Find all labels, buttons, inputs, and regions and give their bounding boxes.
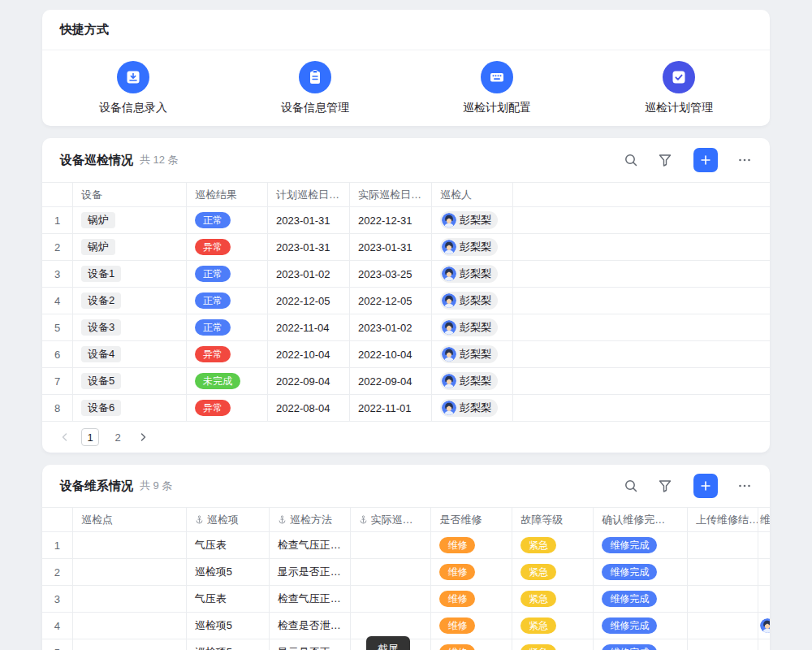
cell-level[interactable]: 紧急 <box>512 613 594 639</box>
cell-repairer[interactable] <box>758 532 770 558</box>
inspection-row[interactable]: 3 设备1 正常 2023-01-02 2023-03-25 彭梨梨 <box>42 261 770 288</box>
cell-upload[interactable] <box>688 639 758 650</box>
cell-item[interactable]: 巡检项5 <box>187 559 270 585</box>
add-record-button[interactable] <box>693 148 718 172</box>
cell-actual[interactable] <box>351 532 432 558</box>
maintenance-row[interactable]: 4 巡检项5 检查是否泄… 维修 紧急 维修完成 <box>42 613 770 639</box>
cell-point[interactable] <box>73 586 187 612</box>
prev-page-button[interactable] <box>58 431 71 444</box>
cell-method[interactable]: 检查气压正… <box>270 532 351 558</box>
inspection-row[interactable]: 6 设备4 异常 2022-10-04 2022-10-04 彭梨梨 <box>42 341 770 368</box>
maintenance-row[interactable]: 1 气压表 检查气压正… 维修 紧急 维修完成 <box>42 532 770 559</box>
cell-result[interactable]: 正常 <box>187 288 268 314</box>
column-header-confirm[interactable]: 确认维修完… <box>594 508 688 531</box>
more-icon[interactable] <box>737 479 752 493</box>
cell-repair[interactable]: 维修 <box>431 559 512 585</box>
column-header-actual[interactable]: 实际巡… <box>351 508 432 531</box>
cell-result[interactable]: 正常 <box>187 261 268 287</box>
page-2-button[interactable]: 2 <box>109 428 127 446</box>
cell-planned-date[interactable]: 2023-01-31 <box>268 207 350 233</box>
cell-planned-date[interactable]: 2022-08-04 <box>268 395 350 421</box>
cell-device[interactable]: 设备3 <box>73 314 187 340</box>
cell-actual[interactable] <box>351 613 432 639</box>
cell-actual[interactable] <box>351 586 432 612</box>
cell-actual-date[interactable]: 2022-12-05 <box>350 288 432 314</box>
cell-result[interactable]: 异常 <box>187 234 268 260</box>
filter-icon[interactable] <box>658 479 672 493</box>
cell-inspector[interactable]: 彭梨梨 <box>432 207 513 233</box>
column-header-upload[interactable]: 上传维修结… <box>688 508 758 531</box>
cell-confirm[interactable]: 维修完成 <box>594 613 688 639</box>
cell-upload[interactable] <box>688 586 758 612</box>
cell-device[interactable]: 设备2 <box>73 288 187 314</box>
cell-device[interactable]: 设备4 <box>73 341 187 367</box>
cell-item[interactable]: 巡检项5 <box>187 613 270 639</box>
cell-device[interactable]: 锅炉 <box>73 207 187 233</box>
column-header-inspector[interactable]: 巡检人 <box>432 183 513 206</box>
cell-repairer[interactable] <box>758 586 770 612</box>
maintenance-row[interactable]: 3 气压表 检查气压正… 维修 紧急 维修完成 <box>42 586 770 613</box>
cell-actual-date[interactable]: 2022-09-04 <box>350 368 432 394</box>
column-header-result[interactable]: 巡检结果 <box>187 183 268 206</box>
cell-item[interactable]: 气压表 <box>187 532 270 558</box>
column-header-item[interactable]: 巡检项 <box>187 508 270 531</box>
add-record-button[interactable] <box>693 474 718 498</box>
cell-repair[interactable]: 维修 <box>431 613 512 639</box>
cell-confirm[interactable]: 维修完成 <box>594 586 688 612</box>
cell-point[interactable] <box>73 532 187 558</box>
inspection-row[interactable]: 2 锅炉 异常 2023-01-31 2023-01-31 彭梨梨 <box>42 234 770 261</box>
cell-actual-date[interactable]: 2022-11-01 <box>350 395 432 421</box>
column-header-point[interactable]: 巡检点 <box>73 508 187 531</box>
column-header-method[interactable]: 巡检方法 <box>270 508 351 531</box>
cell-planned-date[interactable]: 2022-09-04 <box>268 368 350 394</box>
cell-inspector[interactable]: 彭梨梨 <box>432 314 513 340</box>
cell-upload[interactable] <box>688 532 758 558</box>
cell-item[interactable]: 巡检项5 <box>187 639 270 650</box>
cell-item[interactable]: 气压表 <box>187 586 270 612</box>
cell-repair[interactable]: 维修 <box>431 532 512 558</box>
filter-icon[interactable] <box>658 153 672 167</box>
inspection-row[interactable]: 5 设备3 正常 2022-11-04 2023-01-02 彭梨梨 <box>42 314 770 341</box>
inspection-row[interactable]: 8 设备6 异常 2022-08-04 2022-11-01 彭梨梨 <box>42 395 770 422</box>
page-1-button[interactable]: 1 <box>81 428 99 446</box>
cell-repairer[interactable] <box>758 559 770 585</box>
maintenance-row[interactable]: 2 巡检项5 显示是否正… 维修 紧急 维修完成 <box>42 559 770 586</box>
more-icon[interactable] <box>737 153 752 167</box>
cell-planned-date[interactable]: 2022-11-04 <box>268 314 350 340</box>
cell-upload[interactable] <box>688 613 758 639</box>
cell-actual-date[interactable]: 2022-10-04 <box>350 341 432 367</box>
cell-level[interactable]: 紧急 <box>512 532 594 558</box>
cell-repair[interactable]: 维修 <box>431 586 512 612</box>
cell-method[interactable]: 显示是否正… <box>270 639 351 650</box>
cell-inspector[interactable]: 彭梨梨 <box>432 341 513 367</box>
inspection-row[interactable]: 7 设备5 未完成 2022-09-04 2022-09-04 彭梨梨 <box>42 368 770 395</box>
column-header-planned-date[interactable]: 计划巡检日… <box>268 183 350 206</box>
cell-actual[interactable] <box>351 559 432 585</box>
cell-result[interactable]: 正常 <box>187 207 268 233</box>
shortcut-device-info-manage[interactable]: 设备信息管理 <box>224 61 406 115</box>
cell-method[interactable]: 显示是否正… <box>270 559 351 585</box>
cell-device[interactable]: 锅炉 <box>73 234 187 260</box>
cell-level[interactable]: 紧急 <box>512 639 594 650</box>
cell-planned-date[interactable]: 2023-01-02 <box>268 261 350 287</box>
shortcut-plan-manage[interactable]: 巡检计划管理 <box>588 61 770 115</box>
cell-method[interactable]: 检查气压正… <box>270 586 351 612</box>
next-page-button[interactable] <box>136 431 149 444</box>
cell-planned-date[interactable]: 2023-01-31 <box>268 234 350 260</box>
cell-result[interactable]: 异常 <box>187 395 268 421</box>
cell-inspector[interactable]: 彭梨梨 <box>432 234 513 260</box>
cell-confirm[interactable]: 维修完成 <box>594 559 688 585</box>
column-header-level[interactable]: 故障等级 <box>512 508 594 531</box>
cell-result[interactable]: 正常 <box>187 314 268 340</box>
shortcut-plan-config[interactable]: 巡检计划配置 <box>406 61 588 115</box>
cell-actual-date[interactable]: 2023-03-25 <box>350 261 432 287</box>
cell-device[interactable]: 设备5 <box>73 368 187 394</box>
column-header-repair[interactable]: 是否维修 <box>431 508 512 531</box>
shortcut-device-info-entry[interactable]: 设备信息录入 <box>42 61 224 115</box>
cell-level[interactable]: 紧急 <box>512 559 594 585</box>
cell-point[interactable] <box>73 639 187 650</box>
column-header-actual-date[interactable]: 实际巡检日… <box>350 183 432 206</box>
cell-upload[interactable] <box>688 559 758 585</box>
cell-level[interactable]: 紧急 <box>512 586 594 612</box>
cell-point[interactable] <box>73 613 187 639</box>
